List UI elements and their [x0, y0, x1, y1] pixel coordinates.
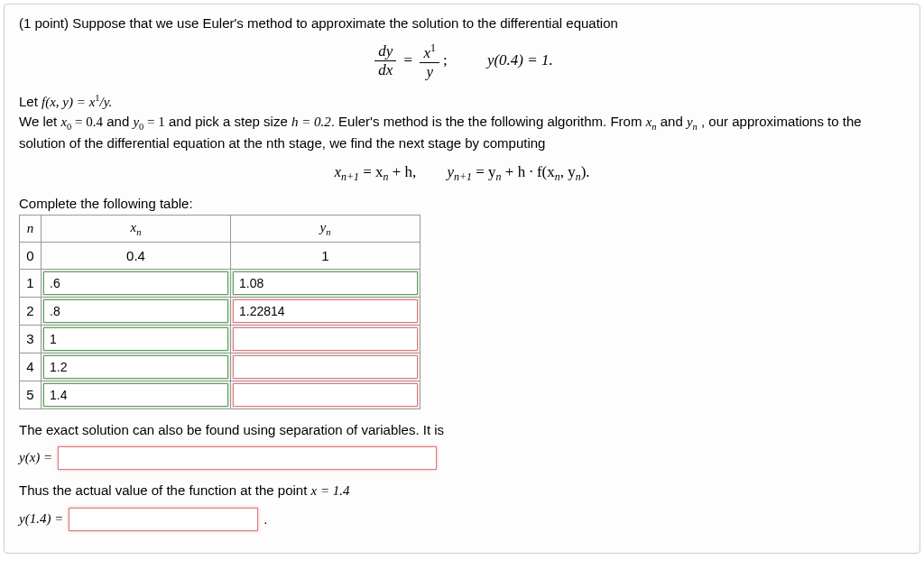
yn-input[interactable] [233, 299, 418, 323]
table-row: 5 [20, 381, 420, 408]
table-row: 3 [20, 325, 420, 353]
xn-input[interactable] [43, 327, 228, 351]
cell-xn [42, 353, 231, 381]
table-row: 4 [20, 353, 420, 381]
xn-input[interactable] [43, 271, 228, 295]
exact-solution-text: The exact solution can also be found usi… [19, 420, 905, 439]
cell-yn-static: 1 [231, 242, 420, 269]
cell-xn-static: 0.4 [42, 242, 231, 269]
table-row: 1 [20, 269, 420, 297]
y14-label: y(1.4) = [19, 511, 63, 527]
header-n: n [20, 215, 42, 242]
cell-yn [231, 325, 420, 353]
cell-n: 1 [20, 269, 42, 297]
euler-table: n xn yn 00.4112345 [19, 215, 420, 409]
yn-input[interactable] [233, 271, 418, 295]
cell-yn [231, 297, 420, 325]
xn-input[interactable] [43, 299, 228, 323]
initial-condition: y(0.4) = 1. [487, 51, 553, 69]
table-row: 00.41 [20, 242, 420, 269]
header-xn: xn [42, 215, 231, 242]
table-row: 2 [20, 297, 420, 325]
cell-n: 4 [20, 353, 42, 381]
cell-n: 0 [20, 242, 42, 269]
cell-n: 3 [20, 325, 42, 353]
dy: dy [374, 42, 396, 61]
period: . [263, 511, 267, 527]
cell-n: 2 [20, 297, 42, 325]
intro-text: (1 point) Suppose that we use Euler's me… [19, 15, 905, 31]
yn-input[interactable] [233, 355, 418, 379]
differential-equation: dy dx = x1 y ; y(0.4) = 1. [19, 41, 905, 81]
dx: dx [374, 61, 396, 79]
yx-answer-line: y(x) = [19, 446, 905, 470]
cell-xn [42, 325, 231, 353]
let-paragraph: Let f(x, y) = x1/y. We let x0 = 0.4 and … [19, 92, 905, 153]
y14-input[interactable] [69, 508, 258, 531]
algorithm-equation: xn+1 = xn + h, yn+1 = yn + h · f(xn, yn)… [19, 163, 905, 184]
problem-container: (1 point) Suppose that we use Euler's me… [4, 4, 920, 554]
cell-yn [231, 269, 420, 297]
xn-input[interactable] [43, 383, 228, 407]
cell-xn [42, 269, 231, 297]
cell-xn [42, 381, 231, 408]
yx-input[interactable] [58, 446, 437, 470]
cell-yn [231, 353, 420, 381]
cell-n: 5 [20, 381, 42, 408]
cell-yn [231, 381, 420, 408]
actual-value-text: Thus the actual value of the function at… [19, 481, 905, 500]
cell-xn [42, 297, 231, 325]
yn-input[interactable] [233, 383, 418, 407]
yx-label: y(x) = [19, 450, 52, 465]
yn-input[interactable] [233, 327, 418, 351]
xn-input[interactable] [43, 355, 228, 379]
y14-answer-line: y(1.4) = . [19, 508, 905, 531]
table-label: Complete the following table: [19, 196, 905, 211]
header-yn: yn [231, 215, 420, 242]
